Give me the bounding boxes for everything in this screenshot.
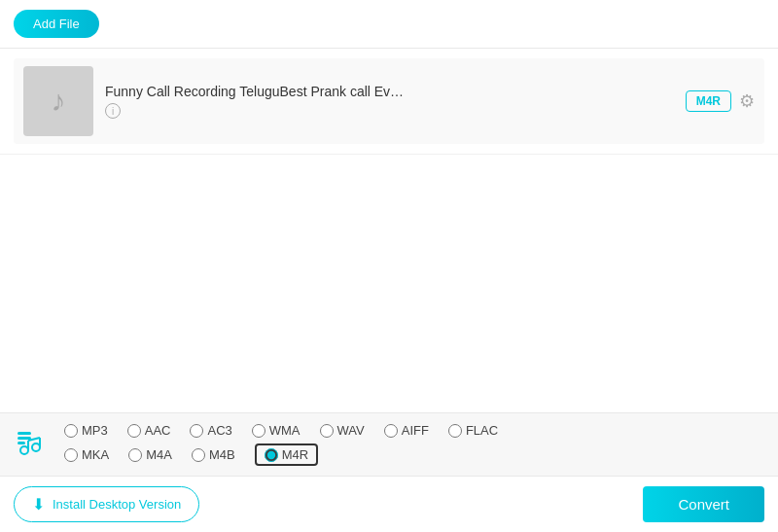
format-m4a[interactable]: M4A	[128, 447, 172, 462]
format-m4b[interactable]: M4B	[192, 447, 235, 462]
toolbar: Add File	[0, 0, 778, 49]
format-m4r[interactable]: M4R	[255, 443, 318, 466]
format-selector: MP3 AAC AC3 WMA WAV AIFF FLAC	[0, 412, 778, 476]
format-options: MP3 AAC AC3 WMA WAV AIFF FLAC	[64, 423, 764, 466]
svg-rect-1	[18, 437, 31, 440]
format-wav[interactable]: WAV	[320, 423, 365, 438]
svg-rect-2	[18, 442, 25, 444]
info-icon[interactable]: i	[105, 103, 121, 119]
format-badge: M4R	[686, 90, 731, 112]
music-icon: ♪	[52, 85, 66, 118]
format-row-1: MP3 AAC AC3 WMA WAV AIFF FLAC	[64, 423, 764, 438]
format-row-2: MKA M4A M4B M4R	[64, 443, 764, 466]
svg-point-3	[20, 446, 28, 454]
format-aiff[interactable]: AIFF	[384, 423, 429, 438]
svg-point-4	[32, 443, 40, 451]
convert-button[interactable]: Convert	[643, 486, 764, 522]
file-name: Funny Call Recording TeluguBest Prank ca…	[105, 84, 674, 99]
svg-rect-0	[18, 432, 31, 435]
file-list: ♪ Funny Call Recording TeluguBest Prank …	[0, 49, 778, 155]
file-actions: M4R ⚙	[686, 90, 755, 112]
content-area	[0, 155, 778, 412]
format-music-icon	[14, 426, 45, 463]
add-file-button[interactable]: Add File	[14, 10, 99, 38]
download-icon: ⬇	[32, 495, 45, 514]
file-item: ♪ Funny Call Recording TeluguBest Prank …	[14, 58, 764, 144]
format-flac[interactable]: FLAC	[448, 423, 498, 438]
install-desktop-button[interactable]: ⬇ Install Desktop Version	[14, 486, 199, 522]
file-info: Funny Call Recording TeluguBest Prank ca…	[105, 84, 674, 119]
format-ac3[interactable]: AC3	[190, 423, 231, 438]
format-mp3[interactable]: MP3	[64, 423, 108, 438]
bottom-bar: ⬇ Install Desktop Version Convert	[0, 476, 778, 532]
format-mka[interactable]: MKA	[64, 447, 109, 462]
format-aac[interactable]: AAC	[127, 423, 171, 438]
file-thumbnail: ♪	[23, 66, 93, 136]
install-label: Install Desktop Version	[53, 497, 181, 512]
settings-icon[interactable]: ⚙	[739, 90, 755, 112]
file-meta: i	[105, 103, 674, 119]
format-wma[interactable]: WMA	[252, 423, 301, 438]
